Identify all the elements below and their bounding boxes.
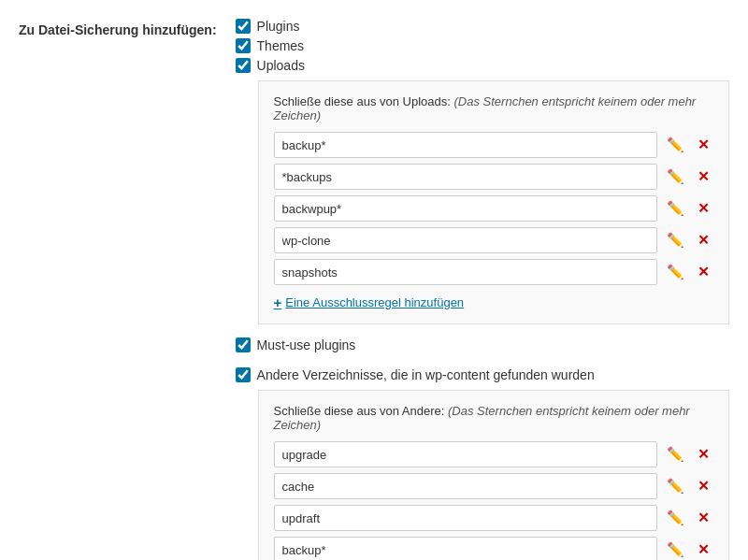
pencil-icon: ✏️ <box>667 136 684 152</box>
section-label: Zu Datei-Sicherung hinzufügen: <box>19 19 217 560</box>
delete-icon: ✕ <box>698 478 710 494</box>
andere-checkbox[interactable] <box>236 367 251 382</box>
andere-edit-btn-0[interactable]: ✏️ <box>663 445 688 464</box>
pencil-icon: ✏️ <box>667 510 684 525</box>
andere-row-3: ✏️✕ <box>274 537 713 560</box>
delete-icon: ✕ <box>698 200 710 216</box>
uploads-label: Uploads <box>257 58 305 73</box>
uploads-row-1: ✏️✕ <box>274 164 713 190</box>
andere-delete-btn-0[interactable]: ✕ <box>694 445 713 464</box>
andere-edit-btn-2[interactable]: ✏️ <box>663 509 688 527</box>
uploads-edit-btn-4[interactable]: ✏️ <box>663 263 688 281</box>
uploads-edit-btn-0[interactable]: ✏️ <box>663 136 688 154</box>
must-use-label: Must-use plugins <box>257 337 356 352</box>
uploads-input-2[interactable] <box>274 195 657 222</box>
pencil-icon: ✏️ <box>667 168 684 184</box>
uploads-input-1[interactable] <box>274 164 657 190</box>
andere-delete-btn-3[interactable]: ✕ <box>694 540 713 559</box>
andere-input-0[interactable] <box>274 441 657 467</box>
uploads-edit-btn-2[interactable]: ✏️ <box>663 199 688 218</box>
must-use-checkbox[interactable] <box>236 337 251 352</box>
uploads-delete-btn-2[interactable]: ✕ <box>694 199 713 218</box>
uploads-row-4: ✏️✕ <box>274 259 713 285</box>
themes-checkbox[interactable] <box>236 38 251 53</box>
uploads-plus-icon: + <box>274 294 282 310</box>
andere-exclude-title-text: Schließe diese aus von Andere: <box>274 404 445 418</box>
andere-rows: ✏️✕✏️✕✏️✕✏️✕✏️✕✏️✕✏️✕ <box>274 441 713 560</box>
uploads-row-0: ✏️✕ <box>274 132 713 158</box>
andere-row-0: ✏️✕ <box>274 441 713 467</box>
themes-row: Themes <box>236 38 729 53</box>
themes-label: Themes <box>257 38 305 53</box>
must-use-row: Must-use plugins <box>236 337 729 352</box>
pencil-icon: ✏️ <box>667 478 684 494</box>
uploads-add-rule-link[interactable]: + Eine Ausschlussregel hinzufügen <box>274 294 465 310</box>
delete-icon: ✕ <box>698 446 710 462</box>
delete-icon: ✕ <box>698 168 710 184</box>
uploads-rows: ✏️✕✏️✕✏️✕✏️✕✏️✕ <box>274 132 713 285</box>
delete-icon: ✕ <box>698 264 710 280</box>
pencil-icon: ✏️ <box>667 446 684 462</box>
andere-edit-btn-1[interactable]: ✏️ <box>663 477 688 495</box>
uploads-edit-btn-1[interactable]: ✏️ <box>663 167 688 186</box>
uploads-delete-btn-0[interactable]: ✕ <box>694 136 713 154</box>
uploads-checkbox[interactable] <box>236 58 251 73</box>
delete-icon: ✕ <box>698 232 710 248</box>
pencil-icon: ✏️ <box>667 264 684 280</box>
pencil-icon: ✏️ <box>667 541 684 557</box>
uploads-add-rule-label: Eine Ausschlussregel hinzufügen <box>285 295 464 309</box>
uploads-edit-btn-3[interactable]: ✏️ <box>663 231 688 250</box>
uploads-exclude-section: Schließe diese aus von Uploads: (Das Ste… <box>258 80 729 324</box>
andere-exclude-section: Schließe diese aus von Andere: (Das Ster… <box>258 390 729 560</box>
andere-row-1: ✏️✕ <box>274 473 713 499</box>
uploads-input-4[interactable] <box>274 259 657 285</box>
uploads-row-3: ✏️✕ <box>274 227 713 253</box>
andere-label: Andere Verzeichnisse, die in wp-content … <box>257 367 595 382</box>
plugins-checkbox[interactable] <box>236 19 251 34</box>
andere-input-3[interactable] <box>274 537 657 560</box>
andere-delete-btn-1[interactable]: ✕ <box>694 477 713 495</box>
content-col: Plugins Themes Uploads Schließe diese au… <box>236 19 729 560</box>
uploads-delete-btn-4[interactable]: ✕ <box>694 263 713 281</box>
uploads-exclude-title-text: Schließe diese aus von Uploads: <box>274 94 451 108</box>
andere-input-2[interactable] <box>274 505 657 531</box>
page-container: Zu Datei-Sicherung hinzufügen: Plugins T… <box>19 19 729 560</box>
delete-icon: ✕ <box>698 510 710 525</box>
andere-row: Andere Verzeichnisse, die in wp-content … <box>236 367 729 382</box>
uploads-delete-btn-1[interactable]: ✕ <box>694 167 713 186</box>
andere-row-2: ✏️✕ <box>274 505 713 531</box>
uploads-row: Uploads <box>236 58 729 73</box>
pencil-icon: ✏️ <box>667 200 684 216</box>
delete-icon: ✕ <box>698 541 710 557</box>
uploads-input-0[interactable] <box>274 132 657 158</box>
uploads-row-2: ✏️✕ <box>274 195 713 222</box>
andere-input-1[interactable] <box>274 473 657 499</box>
uploads-delete-btn-3[interactable]: ✕ <box>694 231 713 250</box>
pencil-icon: ✏️ <box>667 232 684 248</box>
andere-delete-btn-2[interactable]: ✕ <box>694 509 713 527</box>
andere-edit-btn-3[interactable]: ✏️ <box>663 540 688 559</box>
uploads-exclude-title: Schließe diese aus von Uploads: (Das Ste… <box>274 94 713 122</box>
uploads-input-3[interactable] <box>274 227 657 253</box>
plugins-row: Plugins <box>236 19 729 34</box>
delete-icon: ✕ <box>698 136 710 152</box>
andere-exclude-title: Schließe diese aus von Andere: (Das Ster… <box>274 404 713 432</box>
plugins-label: Plugins <box>257 19 300 34</box>
